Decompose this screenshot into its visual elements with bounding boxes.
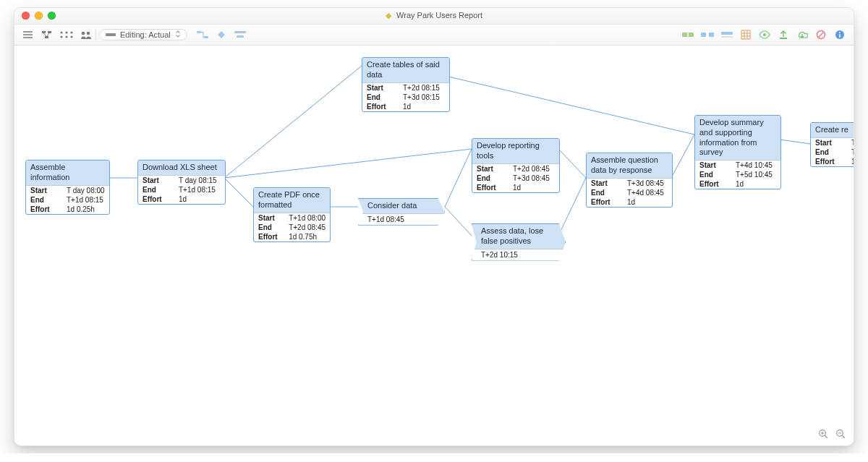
milestone-assess-data[interactable]: Assess data, lose false positives T+2d 1… [472, 223, 566, 261]
svg-rect-5 [45, 36, 48, 38]
task-title: Develop reporting tools [472, 139, 559, 164]
svg-point-11 [60, 35, 62, 38]
task-title: Create re [811, 123, 854, 138]
svg-rect-24 [709, 33, 714, 37]
svg-point-9 [65, 31, 67, 33]
milestone-button[interactable] [215, 28, 228, 41]
field-start-label: Start [26, 186, 62, 195]
zoom-controls [817, 428, 846, 440]
svg-line-46 [558, 149, 586, 178]
svg-line-56 [842, 435, 845, 438]
field-effort-value: 1d 0.25h [62, 205, 109, 214]
svg-point-37 [839, 32, 841, 33]
zoom-out-button[interactable] [835, 428, 846, 440]
task-title: Consider data [359, 199, 444, 214]
svg-point-13 [70, 35, 72, 38]
milestone-time: T+1d 08:45 [359, 214, 444, 225]
svg-point-12 [65, 35, 67, 38]
task-assemble-information[interactable]: Assemble information StartT day 08:00 En… [25, 160, 110, 215]
toolbar: Editing: Actual [14, 25, 854, 46]
svg-rect-16 [197, 31, 201, 33]
window-title-text: Wray Park Users Report [396, 11, 482, 20]
task-title: Assemble question data by response [587, 153, 672, 179]
task-create-pdf[interactable]: Create PDF once formatted StartT+1d 08:0… [253, 187, 331, 242]
svg-point-10 [70, 31, 72, 33]
svg-point-15 [87, 32, 90, 35]
svg-line-45 [445, 207, 472, 236]
task-title: Assemble information [26, 161, 109, 186]
svg-rect-33 [780, 38, 787, 39]
chevron-updown-icon [175, 30, 181, 39]
svg-line-44 [445, 149, 472, 207]
field-start-value: T day 08:00 [62, 186, 109, 195]
window-title: ◆ Wray Park Users Report [14, 11, 854, 20]
svg-line-52 [825, 435, 827, 438]
task-title: Create PDF once formatted [254, 188, 330, 213]
svg-rect-19 [234, 31, 246, 33]
task-title: Download XLS sheet [138, 161, 225, 176]
svg-rect-23 [701, 33, 706, 37]
field-end-label: End [26, 195, 62, 205]
field-effort-label: Effort [26, 205, 62, 214]
svg-line-42 [224, 178, 253, 207]
task-download-xls[interactable]: Download XLS sheet StartT day 08:15 EndT… [137, 160, 226, 205]
editing-mode-label: Editing: Actual [120, 30, 171, 39]
svg-line-41 [224, 149, 472, 178]
task-title: Assess data, lose false positives [472, 224, 565, 249]
window-titlebar: ◆ Wray Park Users Report [14, 8, 854, 25]
group-button[interactable] [234, 28, 247, 41]
baseline-button[interactable] [720, 28, 733, 41]
svg-line-7 [47, 33, 49, 36]
svg-rect-26 [721, 36, 733, 38]
svg-rect-4 [48, 31, 51, 33]
task-title: Develop summary and supporting informati… [695, 116, 780, 161]
svg-rect-20 [237, 35, 244, 38]
svg-rect-25 [721, 32, 733, 35]
milestone-consider-data[interactable]: Consider data T+1d 08:45 [358, 198, 445, 226]
document-icon: ◆ [386, 11, 391, 20]
svg-rect-27 [741, 30, 750, 39]
info-icon[interactable] [833, 28, 846, 41]
resources-view-button[interactable] [80, 28, 93, 41]
editing-bar-icon [106, 33, 116, 36]
svg-point-32 [763, 33, 766, 36]
milestone-time: T+2d 10:15 [472, 249, 565, 260]
field-end-value: T+1d 08:15 [62, 195, 109, 205]
toggle-completed-button[interactable] [681, 28, 694, 41]
export-icon[interactable] [777, 28, 790, 41]
hierarchy-view-button[interactable] [41, 28, 54, 41]
eye-icon[interactable] [758, 28, 771, 41]
task-develop-tools[interactable]: Develop reporting tools StartT+2d 08:45 … [472, 138, 560, 193]
svg-line-50 [780, 140, 810, 144]
task-develop-summary[interactable]: Develop summary and supporting informati… [694, 115, 781, 189]
svg-rect-38 [839, 34, 841, 38]
split-task-button[interactable] [700, 28, 715, 41]
editing-mode-selector[interactable]: Editing: Actual [99, 29, 187, 40]
zoom-in-button[interactable] [817, 428, 829, 440]
network-view-button[interactable] [59, 28, 74, 41]
stop-icon[interactable] [814, 28, 827, 41]
svg-rect-17 [204, 36, 208, 38]
diagram-canvas[interactable]: Assemble information StartT day 08:00 En… [14, 44, 854, 445]
task-assemble-question[interactable]: Assemble question data by response Start… [586, 153, 673, 208]
svg-rect-3 [42, 31, 46, 33]
svg-point-8 [60, 31, 62, 33]
import-icon[interactable] [796, 28, 809, 41]
svg-marker-18 [218, 31, 225, 38]
svg-line-35 [819, 33, 824, 38]
svg-line-49 [671, 134, 694, 178]
svg-line-40 [224, 66, 362, 178]
toolbar-separator [95, 29, 96, 40]
svg-line-48 [448, 77, 694, 134]
task-create-tables[interactable]: Create tables of said data StartT+2d 08:… [362, 57, 450, 112]
task-create-re[interactable]: Create re StartT+5 EndT+6 Effort1d [810, 122, 854, 167]
task-title: Create tables of said data [362, 58, 449, 83]
outline-view-button[interactable] [22, 28, 35, 41]
link-tasks-button[interactable] [196, 28, 209, 41]
svg-point-14 [82, 32, 85, 35]
grid-icon[interactable] [739, 28, 752, 41]
svg-line-6 [43, 33, 46, 36]
